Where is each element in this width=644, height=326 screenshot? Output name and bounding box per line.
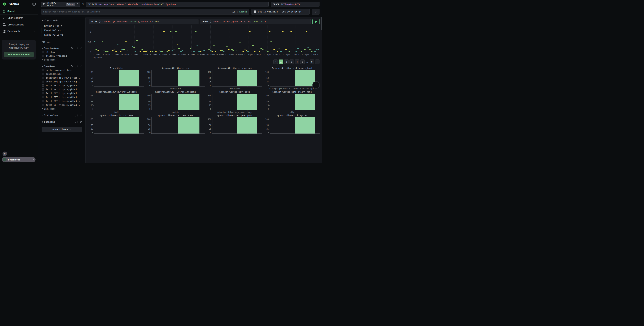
more-filters-button[interactable]: More filters [42, 127, 82, 132]
checkbox[interactable] [42, 96, 44, 98]
data-point [311, 51, 312, 52]
bar-chart-icon[interactable] [75, 65, 78, 68]
checkbox[interactable] [42, 55, 44, 57]
page-button-1[interactable]: 1 [279, 60, 283, 64]
facet-chart[interactable]: ResourceAttribu..cel.branch_host10050250… [264, 67, 320, 89]
sidebar-item-search[interactable]: Search [0, 8, 38, 15]
data-point [289, 51, 290, 52]
pin-icon[interactable] [80, 47, 82, 50]
filter-option[interactable]: fetch GET https://github.… [42, 95, 82, 99]
checkbox[interactable] [42, 84, 44, 87]
analysis-mode-item-event-deltas[interactable]: Event Deltas [42, 28, 82, 33]
date-range-picker[interactable]: Oct 10 04:16:14 - Oct 10 16:16:14 [251, 9, 310, 15]
filter-option[interactable]: fetch GET https://github.… [42, 84, 82, 87]
sidebar-item-client-sessions[interactable]: Client Sessions [0, 21, 38, 28]
filter-option[interactable]: fetch GET https://github.… [42, 103, 82, 107]
sidebar-collapse-icon[interactable] [32, 3, 36, 6]
local-mode-pill[interactable]: U Local mode [2, 157, 36, 162]
filter-option[interactable]: dependencies [42, 72, 82, 76]
gear-icon[interactable]: ⚙ [82, 2, 84, 5]
checkbox[interactable] [42, 92, 44, 94]
load-more-link[interactable]: Load more [42, 58, 82, 62]
data-point [150, 51, 152, 52]
pin-icon[interactable] [80, 114, 82, 117]
filter-option[interactable]: clickpy-frontend [42, 54, 82, 58]
facet-chart[interactable]: TraceState10050250 [89, 67, 144, 89]
sidebar-item-label: Dashboards [8, 30, 20, 33]
analysis-mode-item-event-patterns[interactable]: Event Patterns [42, 33, 82, 37]
analysis-mode-item-results-table[interactable]: Results Table [42, 24, 82, 28]
scrollbar-thumb[interactable] [321, 17, 322, 30]
filter-group-servicename[interactable]: ServiceName [42, 46, 82, 50]
x-tick-label: 6:30am [129, 53, 140, 56]
facet-x-label: clickpy-git-main-clickhouse.vercel.app… [264, 87, 320, 90]
page-button-4[interactable]: 4 [295, 60, 299, 64]
facet-chart[interactable]: SpanAttributes.net.peer.name10050250z5nr… [146, 114, 205, 135]
bar-chart-icon[interactable] [75, 114, 78, 117]
search-icon[interactable] [71, 47, 73, 50]
page-button-3[interactable]: 3 [290, 60, 294, 64]
filter-group-spanname[interactable]: SpanName [42, 64, 82, 68]
checkbox[interactable] [42, 104, 44, 106]
bar-chart-icon[interactable] [75, 121, 78, 123]
bar-chart-icon[interactable] [75, 47, 78, 50]
chart-settings-fab[interactable] [312, 81, 320, 89]
page-button-2[interactable]: 2 [284, 60, 288, 64]
sidebar-item-label: Search [8, 10, 15, 13]
facet-chart[interactable]: SpanAttributes.http.scheme10050250https [89, 114, 144, 135]
search-icon[interactable] [71, 65, 73, 68]
filter-option[interactable]: fetch GET https://github.… [42, 91, 82, 95]
show-more-link[interactable]: Show more [42, 107, 82, 111]
search-input[interactable]: Search your events w/ Lucene ex. column:… [41, 9, 249, 15]
filter-option[interactable]: build component tree [42, 68, 82, 72]
sidebar-item-dashboards[interactable]: Dashboards [0, 28, 38, 35]
facet-chart[interactable]: ResourceAttributes.env10050250production [146, 67, 205, 89]
checkbox[interactable] [42, 77, 44, 79]
filter-group-statuscode[interactable]: StatusCode [42, 113, 82, 117]
sql-select-input[interactable]: SELECT Timestamp, ServiceName, StatusCod… [86, 2, 269, 7]
filter-option[interactable]: fetch GET https://github.… [42, 87, 82, 91]
data-point [296, 51, 297, 52]
toggle-sql[interactable]: SQL [232, 11, 236, 13]
sidebar-item-chart-explorer[interactable]: Chart Explorer [0, 15, 38, 21]
facet-chart[interactable]: ResourceAttributes.node.env10050250produ… [207, 67, 262, 89]
chevron-right-icon [32, 159, 34, 160]
checkbox[interactable] [42, 69, 44, 71]
count-expression-input[interactable]: Count ⓘ countDistinct(SpanAttributes['us… [200, 19, 311, 24]
facet-chart-plot: 10050250 [264, 117, 320, 134]
checkbox[interactable] [42, 73, 44, 75]
facet-chart[interactable]: ResourceAttribu...vercel.runtime10050250… [146, 91, 205, 113]
event-deltas-chart[interactable]: 4:30am5:00am5:30am6:00am6:30am7:00am7:30… [92, 26, 320, 52]
page-button-5[interactable]: 5 [300, 60, 305, 64]
filter-option[interactable]: clickpy [42, 50, 82, 54]
checkbox[interactable] [42, 51, 44, 53]
facet-chart[interactable]: SpanAttributes.db.system10050250clickhou… [264, 114, 320, 135]
source-name: ClickPy Traces [47, 2, 64, 7]
filter-group-spankind[interactable]: SpanKind [42, 120, 82, 124]
data-point [118, 51, 120, 51]
facet-chart[interactable]: SpanAttributes.next.page10050250/dashboa… [207, 91, 262, 113]
pin-icon[interactable] [80, 65, 82, 68]
apply-metrics-button[interactable] [312, 19, 320, 24]
toggle-lucene[interactable]: Lucene [239, 11, 247, 13]
page-button-9[interactable]: 9 [310, 60, 314, 64]
data-source-select[interactable]: ClickPy Traces Schema [41, 2, 80, 7]
checkbox[interactable] [42, 88, 44, 91]
get-started-button[interactable]: Get Started for Free [4, 52, 34, 57]
run-query-button[interactable] [312, 9, 320, 15]
dashboards-icon [3, 30, 6, 33]
pin-icon[interactable] [80, 121, 82, 123]
value-expression-input[interactable]: Value ⓘ (countIf(StatusCode='Error')/cou… [89, 19, 198, 24]
checkbox[interactable] [42, 100, 44, 102]
order-by-input[interactable]: ORDER BY Timestamp DESC [271, 2, 320, 7]
checkbox[interactable] [42, 81, 44, 83]
help-button[interactable]: ? [2, 151, 7, 156]
facet-chart[interactable]: SpanAttributes.http.client.name10050250h… [264, 91, 320, 113]
page-next-button[interactable]: › [315, 60, 320, 64]
page-prev-button[interactable]: ‹ [273, 60, 278, 64]
filter-option[interactable]: executing api route (app)… [42, 76, 82, 80]
filter-option[interactable]: executing api route (app)… [42, 80, 82, 84]
facet-chart[interactable]: SpanAttributes.net.peer.port100502508443 [207, 114, 262, 135]
filter-option[interactable]: fetch GET https://github.… [42, 99, 82, 103]
facet-chart[interactable]: ResourceAttributes.vercel.region10050250… [89, 91, 144, 113]
